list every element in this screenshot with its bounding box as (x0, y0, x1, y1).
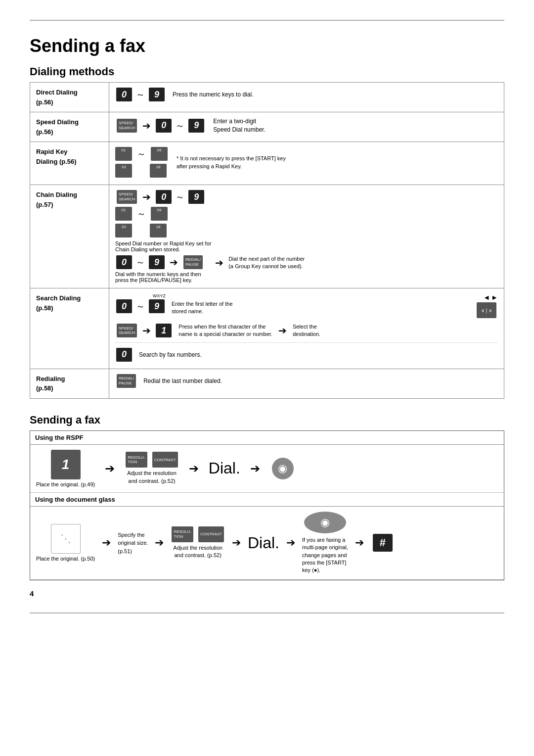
glass-content: ⋱ Place the original. (p.50) ➔ Specify t… (30, 507, 504, 580)
rapid-key-18: 18 (150, 164, 167, 178)
chain-tilde-1: ～ (176, 191, 184, 203)
rapid-key-09: 09 (151, 147, 168, 161)
search-arrow-2: ➔ (278, 325, 287, 336)
sending-fax-section: Sending a fax Using the RSPF 1 Place the… (30, 414, 504, 580)
rspf-cell: Using the RSPF 1 Place the original. (p.… (30, 430, 504, 493)
search-key-0: 0 (116, 299, 132, 313)
chain-arrow-3: ➔ (215, 257, 223, 269)
glass-header: Using the document glass (30, 493, 504, 507)
rspf-resolu-key: RESOLU-TION (126, 452, 147, 468)
chain-dialing-label: Chain Dialing(p.57) (30, 185, 109, 288)
page-number: 4 (30, 589, 504, 598)
glass-row: Using the document glass ⋱ Place the ori… (30, 493, 504, 580)
chain-key-0: 0 (156, 190, 172, 204)
chain-speed-key: SPEED/SEARCH (117, 190, 137, 204)
search-speed-key: SPEED/SEARCH (117, 324, 137, 337)
sending-fax-title: Sending a fax (30, 414, 504, 426)
rspf-dial: Dial. (209, 459, 240, 477)
rspf-contrast-key: CONTRAST (152, 452, 178, 468)
search-desc-3: Search by fax numbers. (139, 351, 202, 358)
chain-arrow-2: ➔ (170, 256, 178, 268)
chain-desc-3: Dial the next part of the number(a Group… (228, 255, 305, 271)
glass-resolu-key: RESOLU-TION (172, 526, 193, 542)
nav-down-up: ∨ | ∧ (477, 302, 496, 318)
chain-arrow-1: ➔ (142, 191, 151, 203)
search-key-0-fax: 0 (116, 348, 132, 362)
glass-arrow-3: ➔ (232, 536, 241, 549)
rspf-content: 1 Place the original. (p.49) ➔ RESOLU-TI… (30, 445, 504, 493)
glass-doc-icon: ⋱ (51, 524, 81, 554)
speed-dialing-label: Speed Dialing(p.56) (30, 112, 109, 142)
search-desc-1: Enter the first letter of thestored name… (172, 300, 233, 316)
key-0-speed: 0 (156, 119, 172, 133)
nav-buttons: ◄ ► (483, 293, 498, 301)
dialing-methods-table: Direct Dialing(p.56) 0 ～ 9 Press the num… (30, 82, 504, 399)
glass-start-btn: ◉ (304, 512, 346, 533)
chain-desc-2: Dial with the numeric keys and thenpress… (115, 271, 204, 283)
wxyz-label: WXYZ (153, 293, 166, 298)
search-tilde-1: ～ (136, 300, 145, 312)
glass-hash-btn: # (373, 534, 393, 552)
rspf-arrow-1: ➔ (105, 462, 115, 475)
search-select-desc: Select thedestination. (293, 323, 320, 338)
rspf-key-1: 1 (51, 450, 81, 479)
dialing-methods-section: Dialing methods Direct Dialing(p.56) 0 ～… (30, 65, 504, 399)
chain-rapid-09: 09 (151, 207, 168, 221)
glass-step2-label: Specify the original size. (p.51) (118, 531, 148, 556)
direct-dialing-content: 0 ～ 9 Press the numeric keys to dial. (109, 83, 504, 112)
glass-step1-label: Place the original. (p.50) (36, 556, 95, 562)
chain-bottom-key-9: 9 (149, 255, 165, 269)
redialing-content: REDIAL/PAUSE Redial the last number dial… (109, 369, 504, 398)
rapid-key-desc: * It is not necessary to press the [STAR… (177, 154, 286, 171)
rspf-header: Using the RSPF (30, 431, 504, 445)
search-desc-2: Press when the first character of thenam… (178, 323, 272, 338)
chain-redial-key: REDIAL/PAUSE (183, 255, 203, 269)
chain-rapid-group: 01 ～ 09 10 18 (115, 207, 168, 237)
rapid-key-group: 01 ～ 09 10 18 (115, 147, 168, 178)
tilde-1: ～ (136, 89, 145, 100)
rapid-key-10: 10 (115, 164, 132, 178)
speed-dialing-desc: Enter a two-digit Speed Dial number. (213, 117, 265, 134)
glass-step5-desc: If you are faxing a multi-page original,… (302, 536, 348, 574)
rapid-key-content: 01 ～ 09 10 18 * It is not necessary to p… (109, 142, 504, 185)
key-9-speed: 9 (188, 119, 204, 133)
redialing-label: Redialing(p.58) (30, 369, 109, 398)
table-row: Search Dialing(p.58) WXYZ 0 ～ 9 Enter th… (30, 288, 504, 369)
glass-step3-label: Adjust the resolution and contrast. (p.5… (173, 544, 222, 560)
chain-tilde-2: ～ (137, 208, 146, 220)
page-title: Sending a fax (30, 36, 504, 56)
chain-rapid-10: 10 (115, 224, 132, 237)
search-dialing-content: WXYZ 0 ～ 9 Enter the first letter of the… (109, 288, 504, 369)
rspf-arrow-2: ➔ (189, 462, 199, 475)
rapid-key-01: 01 (115, 147, 132, 161)
key-0: 0 (116, 88, 132, 101)
arrow-1: ➔ (142, 120, 151, 132)
chain-bottom-tilde: ～ (136, 256, 145, 268)
search-dialing-label: Search Dialing(p.58) (30, 288, 109, 369)
glass-cell: Using the document glass ⋱ Place the ori… (30, 493, 504, 580)
tilde-3: ～ (137, 148, 146, 160)
chain-rapid-18: 18 (150, 224, 167, 237)
search-arrow-1: ➔ (142, 325, 151, 336)
rapid-key-label: Rapid KeyDialing (p.56) (30, 142, 109, 185)
rspf-start-btn: ◉ (272, 458, 294, 479)
table-row: Speed Dialing(p.56) SPEED/SEARCH ➔ 0 ～ 9… (30, 112, 504, 142)
direct-dialing-label: Direct Dialing(p.56) (30, 83, 109, 112)
table-row: Redialing(p.58) REDIAL/PAUSE Redial the … (30, 369, 504, 398)
fax-table: Using the RSPF 1 Place the original. (p.… (30, 430, 504, 580)
table-row: Rapid KeyDialing (p.56) 01 ～ 09 10 18 (30, 142, 504, 185)
rspf-step1-label: Place the original. (p.49) (36, 481, 95, 487)
glass-dial: Dial. (248, 534, 279, 552)
redialing-key: REDIAL/PAUSE (117, 374, 136, 388)
chain-bottom-key-0: 0 (116, 255, 132, 269)
chain-dialing-content: SPEED/SEARCH ➔ 0 ～ 9 01 ～ 09 10 (109, 185, 504, 288)
glass-arrow-4: ➔ (286, 536, 295, 549)
key-9: 9 (149, 88, 165, 101)
rspf-arrow-3: ➔ (250, 462, 260, 475)
search-key-1: 1 (156, 324, 172, 337)
glass-arrow-1: ➔ (102, 536, 111, 549)
chain-desc-1: Speed Dial number or Rapid Key set forCh… (115, 240, 498, 252)
table-row: Direct Dialing(p.56) 0 ～ 9 Press the num… (30, 83, 504, 112)
speed-search-key: SPEED/SEARCH (117, 119, 137, 133)
speed-dialing-content: SPEED/SEARCH ➔ 0 ～ 9 Enter a two-digit S… (109, 112, 504, 142)
